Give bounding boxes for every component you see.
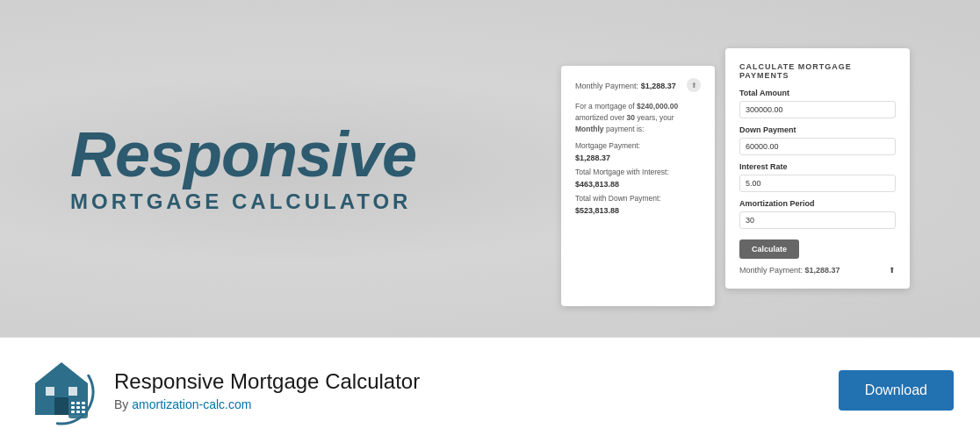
svg-rect-7 <box>76 402 80 404</box>
amortization-label: Amortization Period <box>739 199 896 208</box>
desc-line4: payment is: <box>604 125 645 133</box>
result-header-label: Monthly Payment: <box>575 82 638 90</box>
total-mortgage-value: $463,813.88 <box>575 180 701 189</box>
down-payment-label: Down Payment <box>739 125 896 134</box>
total-down-label: Total with Down Payment: <box>575 194 701 203</box>
svg-rect-9 <box>71 406 75 409</box>
svg-rect-2 <box>46 387 54 396</box>
monthly-share-icon[interactable]: ⬆ <box>889 266 896 275</box>
total-amount-label: Total Amount <box>739 89 896 97</box>
interest-rate-group: Interest Rate <box>739 162 896 192</box>
svg-rect-14 <box>82 411 85 413</box>
preview-section: Responsive MORTGAGE CALCULATOR Monthly P… <box>0 0 980 337</box>
plugin-name: Responsive Mortgage Calculator <box>114 369 420 394</box>
desc-amount: $240,000.00 <box>637 102 678 111</box>
calculate-button[interactable]: Calculate <box>739 239 799 259</box>
share-icon[interactable]: ⬆ <box>687 78 701 92</box>
desc-line3: years, your <box>635 113 674 122</box>
main-container: Responsive MORTGAGE CALCULATOR Monthly P… <box>0 0 980 443</box>
download-button[interactable]: Download <box>839 370 954 411</box>
interest-rate-input[interactable] <box>739 175 896 192</box>
calc-form-card: CALCULATE MORTGAGE PAYMENTS Total Amount… <box>725 48 910 289</box>
bottom-section: Responsive Mortgage Calculator By amorti… <box>0 337 980 443</box>
monthly-value: $1,288.37 <box>805 266 840 275</box>
total-down-section: Total with Down Payment: $523,813.88 <box>575 194 701 215</box>
result-card-header: Monthly Payment: $1,288.37 ⬆ <box>575 78 701 92</box>
down-payment-input[interactable] <box>739 138 896 155</box>
monthly-result-text: Monthly Payment: $1,288.37 <box>739 266 840 275</box>
mortgage-payment-value: $1,288.37 <box>575 154 701 162</box>
result-header-amount: $1,288.37 <box>641 82 676 90</box>
svg-rect-3 <box>68 387 77 396</box>
svg-rect-8 <box>82 402 85 404</box>
amortization-group: Amortization Period <box>739 199 896 229</box>
total-mortgage-section: Total Mortgage with Interest: $463,813.8… <box>575 168 701 189</box>
logo-subtitle-text: MORTGAGE CALCULATOR <box>70 189 416 214</box>
svg-rect-12 <box>71 411 75 413</box>
total-amount-input[interactable] <box>739 101 896 118</box>
author-prefix: By <box>114 397 132 411</box>
desc-line1: For a mortgage of <box>575 102 637 111</box>
plugin-author: By amortization-calc.com <box>114 397 420 411</box>
svg-rect-6 <box>71 402 75 404</box>
plugin-title-area: Responsive MORTGAGE CALCULATOR <box>70 123 416 214</box>
down-payment-group: Down Payment <box>739 125 896 155</box>
monthly-result-row: Monthly Payment: $1,288.37 ⬆ <box>739 266 896 275</box>
interest-rate-label: Interest Rate <box>739 162 896 171</box>
mortgage-payment-label: Mortgage Payment: <box>575 141 701 150</box>
mortgage-payment-section: Mortgage Payment: $1,288.37 <box>575 141 701 162</box>
plugin-icon <box>26 355 97 425</box>
plugin-text-info: Responsive Mortgage Calculator By amorti… <box>114 369 420 411</box>
plugin-icon-svg <box>26 355 97 425</box>
desc-bold: Monthly <box>575 125 604 133</box>
result-header-text: Monthly Payment: $1,288.37 <box>575 81 676 90</box>
logo-responsive-text: Responsive <box>70 123 416 186</box>
desc-years: 30 <box>627 113 635 122</box>
svg-rect-1 <box>54 397 68 415</box>
total-down-value: $523,813.88 <box>575 206 701 215</box>
desc-line2: amortized over <box>575 113 627 122</box>
form-title: CALCULATE MORTGAGE PAYMENTS <box>739 62 896 80</box>
svg-rect-13 <box>76 411 80 413</box>
result-description: For a mortgage of $240,000.00 amortized … <box>575 101 701 134</box>
calculator-panels: Monthly Payment: $1,288.37 ⬆ For a mortg… <box>561 48 910 289</box>
svg-rect-10 <box>76 406 80 409</box>
plugin-info: Responsive Mortgage Calculator By amorti… <box>26 355 420 425</box>
total-amount-group: Total Amount <box>739 89 896 118</box>
amortization-input[interactable] <box>739 211 896 229</box>
author-link[interactable]: amortization-calc.com <box>132 397 251 411</box>
total-mortgage-label: Total Mortgage with Interest: <box>575 168 701 176</box>
result-card: Monthly Payment: $1,288.37 ⬆ For a mortg… <box>561 66 715 306</box>
svg-rect-11 <box>82 406 85 409</box>
monthly-label: Monthly Payment: <box>739 266 803 275</box>
